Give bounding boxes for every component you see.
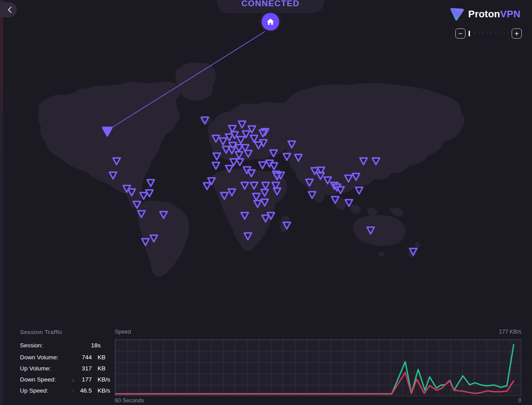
down-arrow-icon: ↓	[70, 376, 77, 383]
up-arrow-icon: ↑	[70, 387, 77, 394]
down-volume-value: 744	[77, 354, 92, 361]
home-button[interactable]	[262, 13, 279, 31]
logo-wordmark: ProtonVPN	[468, 8, 520, 20]
up-volume-label: Up Volume:	[20, 365, 70, 372]
chevron-left-icon	[8, 6, 12, 13]
zoom-level-indicator[interactable]	[469, 31, 470, 36]
server-marker[interactable]	[212, 162, 219, 169]
home-icon	[266, 18, 274, 25]
logo-text-proton: Proton	[468, 8, 500, 20]
server-marker[interactable]	[203, 183, 211, 189]
server-marker[interactable]	[236, 159, 243, 165]
map-zoom-control: − +	[455, 28, 520, 39]
zoom-out-button[interactable]: −	[455, 28, 466, 39]
protonvpn-logo: ProtonVPN	[450, 7, 520, 21]
up-volume-row: Up Volume: 317 KB	[20, 363, 120, 374]
server-marker[interactable]	[146, 190, 153, 197]
up-speed-value: 46.5	[77, 387, 92, 394]
server-marker[interactable]	[259, 162, 266, 169]
chart-title: Speed	[115, 329, 131, 335]
server-marker[interactable]	[356, 187, 363, 194]
up-volume-value: 317	[77, 365, 92, 372]
down-volume-label: Down Volume:	[20, 354, 70, 361]
down-speed-value: 177	[77, 376, 92, 383]
session-row: Session: 18s	[20, 341, 120, 352]
session-value: 18s	[77, 342, 120, 349]
server-marker[interactable]	[337, 187, 344, 193]
server-marker[interactable]	[270, 163, 278, 169]
session-traffic-title: Session Traffic	[20, 329, 120, 335]
session-traffic-panel: Session Traffic Session: 18s Down Volume…	[20, 329, 120, 396]
logo-text-vpn: VPN	[500, 8, 520, 20]
download-speed-line	[115, 345, 514, 394]
left-edge-strip	[0, 0, 3, 405]
proton-triangle-icon	[450, 7, 465, 21]
chart-x-left-label: 60 Seconds	[115, 397, 144, 404]
chart-footer: 60 Seconds 0	[115, 397, 521, 404]
zoom-slider-ticks	[474, 33, 509, 34]
down-volume-row: Down Volume: 744 KB	[20, 352, 120, 363]
session-label: Session:	[20, 342, 70, 349]
chart-header: Speed 177 KB/s	[115, 329, 521, 335]
connection-status-label: CONNECTED	[217, 0, 324, 8]
speed-chart	[115, 339, 521, 396]
protonvpn-window: CONNECTED ProtonVPN − +	[0, 0, 532, 405]
chart-x-right-label: 0	[518, 397, 521, 404]
up-speed-row: Up Speed: ↑ 46.5 KB/s	[20, 385, 120, 396]
upload-speed-line	[115, 373, 514, 394]
server-marker[interactable]	[140, 193, 147, 199]
server-marker[interactable]	[213, 153, 220, 160]
chart-max-value-label: 177 KB/s	[499, 329, 521, 335]
server-marker[interactable]	[283, 153, 290, 160]
down-speed-label: Down Speed:	[20, 376, 70, 383]
up-speed-label: Up Speed:	[20, 387, 70, 394]
zoom-in-button[interactable]: +	[512, 28, 522, 39]
down-speed-row: Down Speed: ↓ 177 KB/s	[20, 374, 120, 385]
zoom-slider[interactable]	[469, 31, 509, 36]
server-marker[interactable]	[147, 180, 154, 186]
back-button[interactable]	[0, 2, 17, 17]
